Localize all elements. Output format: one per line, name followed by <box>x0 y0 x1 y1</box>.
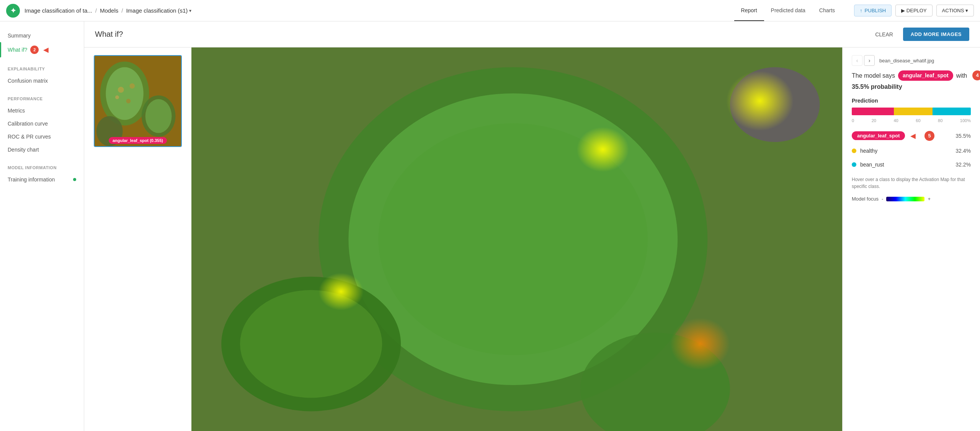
bar-scale: 0 20 40 60 80 100% <box>852 118 971 123</box>
right-panel: ‹ › bean_disease_whatif.jpg The model sa… <box>842 47 980 431</box>
image-nav: ‹ › bean_disease_whatif.jpg <box>852 55 971 66</box>
app-logo: ✦ <box>6 4 20 18</box>
sidebar-item-summary[interactable]: Summary <box>0 29 84 42</box>
content-area: What if? CLEAR ADD MORE IMAGES <box>84 21 980 431</box>
nav-tabs: Report Predicted data Charts <box>734 0 842 21</box>
svg-point-2 <box>106 67 143 120</box>
tab-charts[interactable]: Charts <box>812 0 842 21</box>
model-focus-label: Model focus <box>852 196 879 202</box>
thumbnail-label: angular_leaf_spot (0.355) <box>109 137 167 144</box>
publish-icon: ↑ <box>860 8 862 13</box>
breadcrumb-project[interactable]: Image classification of ta... <box>24 7 92 14</box>
sidebar-label-calibration: Calibration curve <box>8 121 48 127</box>
scale-100: 100% <box>960 118 971 123</box>
sidebar-label-confusion: Confusion matrix <box>8 78 48 84</box>
breadcrumb-current[interactable]: Image classification (s1) ▾ <box>126 7 191 14</box>
angular-pct: 35.5% <box>956 133 971 139</box>
class-row-bean-rust[interactable]: bean_rust 32.2% <box>852 159 971 170</box>
svg-point-8 <box>115 95 119 99</box>
model-says-text: The model says angular_leaf_spot with 35… <box>852 70 971 91</box>
model-says-class-badge: angular_leaf_spot <box>898 70 953 81</box>
sidebar-label-training: Training information <box>8 176 55 183</box>
whatif-title: What if? <box>95 30 123 39</box>
thumbnail-image[interactable]: angular_leaf_spot (0.355) <box>94 55 182 147</box>
sidebar-item-roc[interactable]: ROC & PR curves <box>0 130 84 143</box>
top-nav: ✦ Image classification of ta... / Models… <box>0 0 980 21</box>
whatif-actions: CLEAR ADD MORE IMAGES <box>870 28 969 41</box>
training-dot <box>73 178 76 181</box>
sidebar-label-density: Density chart <box>8 147 39 153</box>
image-filename: bean_disease_whatif.jpg <box>879 58 934 64</box>
tour-badge-5: 5 <box>924 131 934 141</box>
scale-80: 80 <box>938 118 942 123</box>
healthy-dot <box>852 149 856 153</box>
add-images-button[interactable]: ADD MORE IMAGES <box>903 28 969 41</box>
chevron-down-icon: ▾ <box>189 8 191 13</box>
prediction-bar <box>852 108 971 115</box>
next-image-button[interactable]: › <box>864 55 875 66</box>
scale-60: 60 <box>916 118 920 123</box>
thumbnail-svg <box>95 56 181 146</box>
actions-button[interactable]: ACTIONS ▾ <box>936 5 974 16</box>
svg-point-23 <box>318 273 363 310</box>
main-image-svg <box>191 47 842 431</box>
whatif-header: What if? CLEAR ADD MORE IMAGES <box>84 21 980 47</box>
class-row-angular[interactable]: angular_leaf_spot 5 ◀ 35.5% <box>852 129 971 142</box>
deploy-button[interactable]: ▶ DEPLOY <box>895 5 932 16</box>
class-list: angular_leaf_spot 5 ◀ 35.5% healthy 32.4… <box>852 129 971 170</box>
tab-report[interactable]: Report <box>734 0 764 21</box>
sidebar-section-model-info: MODEL INFORMATION <box>0 159 84 173</box>
svg-point-21 <box>577 127 629 172</box>
sidebar-item-metrics[interactable]: Metrics <box>0 104 84 117</box>
sidebar-item-density[interactable]: Density chart <box>0 143 84 156</box>
sidebar-item-training[interactable]: Training information <box>0 173 84 186</box>
model-focus-row: Model focus - + <box>852 196 971 202</box>
svg-point-9 <box>129 83 135 89</box>
angular-leaf-spot-badge: angular_leaf_spot <box>852 131 905 140</box>
svg-point-7 <box>126 99 131 103</box>
svg-point-20 <box>726 71 794 131</box>
nav-actions: ↑ PUBLISH ▶ DEPLOY ACTIONS ▾ <box>854 5 974 16</box>
sidebar-item-whatif[interactable]: What if? 2 ◀ <box>0 42 84 57</box>
sidebar: Summary What if? 2 ◀ EXPLAINABILITY Conf… <box>0 21 84 431</box>
breadcrumb-sep1: / <box>95 7 97 14</box>
sidebar-label-metrics: Metrics <box>8 108 25 114</box>
main-layout: Summary What if? 2 ◀ EXPLAINABILITY Conf… <box>0 21 980 431</box>
scale-0: 0 <box>852 118 854 123</box>
sidebar-item-calibration[interactable]: Calibration curve <box>0 117 84 130</box>
healthy-pct: 32.4% <box>956 148 971 154</box>
sidebar-item-confusion[interactable]: Confusion matrix <box>0 74 84 87</box>
publish-button[interactable]: ↑ PUBLISH <box>854 5 892 16</box>
sidebar-section-performance: PERFORMANCE <box>0 90 84 104</box>
tour-badge-4: 4 <box>972 70 980 80</box>
bean-rust-label: bean_rust <box>860 162 884 168</box>
svg-point-6 <box>118 87 124 93</box>
class-row-healthy[interactable]: healthy 32.4% <box>852 145 971 156</box>
focus-gradient <box>886 197 924 201</box>
healthy-label: healthy <box>860 148 877 154</box>
prev-image-button[interactable]: ‹ <box>852 55 862 66</box>
sidebar-label-whatif: What if? <box>8 47 27 53</box>
clear-button[interactable]: CLEAR <box>870 28 898 41</box>
main-image-container <box>191 47 842 431</box>
sidebar-section-explainability: EXPLAINABILITY <box>0 60 84 74</box>
whatif-tour-badge: 2 <box>30 46 39 54</box>
bean-rust-pct: 32.2% <box>956 162 971 168</box>
breadcrumb-models[interactable]: Models <box>100 7 118 14</box>
thumbnail-bg <box>95 56 181 146</box>
sidebar-label-summary: Summary <box>8 33 31 39</box>
bar-healthy <box>894 108 933 115</box>
main-image-panel <box>191 47 842 431</box>
svg-point-4 <box>145 99 172 133</box>
sidebar-label-roc: ROC & PR curves <box>8 134 51 140</box>
breadcrumb-sep2: / <box>121 7 123 14</box>
tour-arrow-5: ◀ <box>910 132 916 140</box>
hover-note: Hover over a class to display the Activa… <box>852 176 971 190</box>
logo-icon: ✦ <box>10 7 16 15</box>
focus-plus: + <box>928 196 931 202</box>
scale-20: 20 <box>872 118 876 123</box>
breadcrumb: Image classification of ta... / Models /… <box>24 7 191 14</box>
bar-bean-rust <box>933 108 971 115</box>
tab-predicted[interactable]: Predicted data <box>764 0 812 21</box>
prediction-title: Prediction <box>852 98 971 104</box>
